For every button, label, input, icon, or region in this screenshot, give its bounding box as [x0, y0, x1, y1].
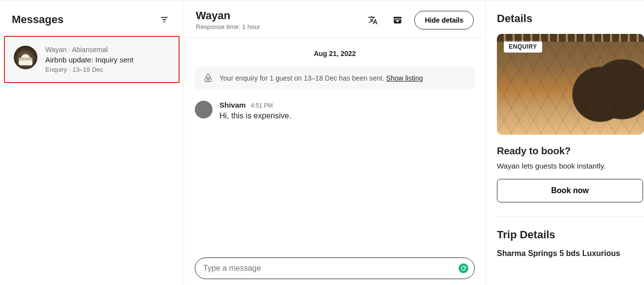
messages-title: Messages	[12, 13, 63, 26]
archive-button[interactable]	[390, 12, 405, 28]
enquiry-text: Your enquiry for 1 guest on 13–18 Dec ha…	[219, 74, 386, 82]
message-input[interactable]	[203, 264, 453, 273]
details-sidebar: Details ENQUIRY Ready to book? Wayan let…	[486, 0, 644, 285]
conversation-title: Wayan	[196, 9, 260, 22]
enquiry-banner: Your enquiry for 1 guest on 13–18 Dec ha…	[195, 66, 475, 90]
response-time: Response time: 1 hour	[196, 23, 260, 30]
ready-to-book-title: Ready to book?	[497, 145, 644, 157]
hide-details-button[interactable]: Hide details	[414, 11, 474, 29]
message-row: Shivam 4:51 PM Hi, this is expensive.	[195, 101, 475, 120]
translate-icon	[368, 15, 378, 25]
listing-name: Sharma Springs 5 bds Luxurious	[497, 249, 644, 258]
ready-to-book-sub: Wayan lets guests book instantly.	[497, 162, 644, 170]
enquiry-tag: ENQUIRY	[504, 41, 542, 53]
filter-icon	[160, 15, 169, 24]
translate-button[interactable]	[365, 12, 381, 28]
book-now-button[interactable]: Book now	[497, 179, 643, 202]
filter-button[interactable]	[157, 12, 172, 27]
trip-details-title: Trip Details	[497, 228, 644, 241]
thread-line1: Wayan · Abiansemal	[45, 46, 133, 54]
grammarly-icon[interactable]	[459, 263, 468, 273]
svg-point-3	[207, 78, 210, 80]
conversation-panel: Wayan Response time: 1 hour Hide details	[184, 0, 486, 285]
message-composer[interactable]	[195, 257, 475, 279]
airbnb-logo-icon	[204, 73, 213, 83]
details-title: Details	[497, 12, 644, 25]
archive-icon	[393, 15, 402, 25]
thread-avatar	[14, 46, 37, 69]
sender-name: Shivam	[219, 101, 245, 109]
message-time: 4:51 PM	[251, 102, 273, 109]
thread-line3: Enquiry · 13–18 Dec	[45, 66, 133, 73]
messages-sidebar: Messages Wayan · Abiansemal Airbnb updat…	[0, 0, 184, 285]
divider	[497, 216, 644, 217]
thread-line2: Airbnb update: Inquiry sent	[45, 56, 133, 64]
date-separator: Aug 21, 2022	[195, 50, 475, 57]
message-text: Hi, this is expensive.	[219, 112, 291, 120]
thread-item[interactable]: Wayan · Abiansemal Airbnb update: Inquir…	[4, 36, 180, 83]
show-listing-link[interactable]: Show listing	[386, 74, 423, 82]
sender-avatar	[195, 101, 213, 118]
listing-photo[interactable]: ENQUIRY	[497, 34, 644, 135]
